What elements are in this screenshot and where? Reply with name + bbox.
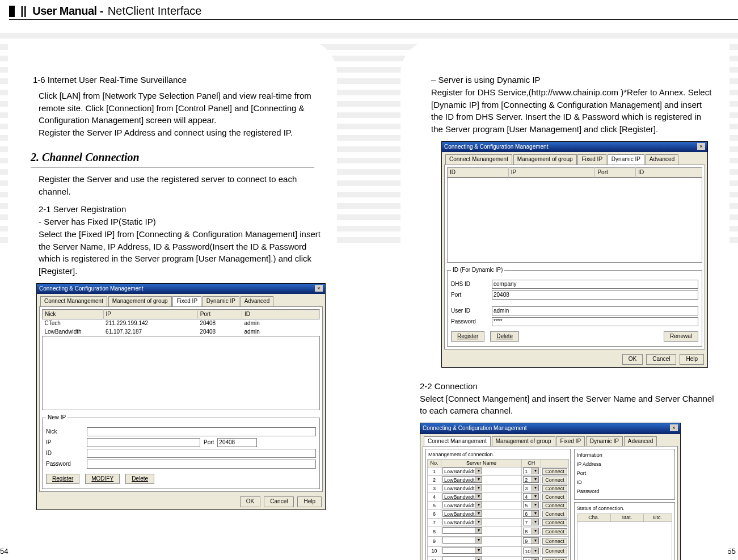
cancel-button[interactable]: Cancel — [264, 496, 294, 507]
label-port: Port — [451, 291, 488, 300]
tab-group-management[interactable]: Management of group — [513, 154, 577, 165]
server-select[interactable]: ▾ — [442, 557, 482, 560]
connect-button[interactable]: Connect — [542, 502, 567, 509]
table-row[interactable]: 4LowBandwidth▾4▾Connect — [428, 493, 569, 502]
register-button[interactable]: Register — [451, 331, 484, 342]
col-ip: IP — [103, 309, 197, 319]
tab-advanced[interactable]: Advanced — [241, 296, 273, 306]
tab-dynamic-ip[interactable]: Dynamic IP — [586, 436, 623, 447]
ip-input[interactable] — [87, 438, 200, 447]
connect-button[interactable]: Connect — [542, 477, 567, 483]
server-select[interactable]: ▾ — [442, 547, 482, 554]
section-2-2-body: Select [Connect Mangement] and insert th… — [420, 393, 715, 418]
table-row[interactable]: 8▾8▾Connect — [428, 527, 569, 537]
server-select[interactable]: LowBandwidth▾ — [442, 485, 482, 491]
tab-group-management[interactable]: Management of group — [492, 436, 555, 447]
connect-button[interactable]: Connect — [542, 511, 567, 517]
close-icon[interactable]: × — [315, 285, 323, 292]
ch-select[interactable]: 4▾ — [523, 493, 539, 500]
delete-button[interactable]: Delete — [490, 331, 519, 342]
ch-select[interactable]: 8▾ — [523, 528, 539, 534]
tab-fixed-ip[interactable]: Fixed IP — [556, 436, 585, 447]
dynamic-server-list[interactable] — [447, 178, 702, 263]
ok-button[interactable]: OK — [240, 496, 260, 507]
table-row[interactable]: 6LowBandwidth▾6▾Connect — [428, 510, 569, 519]
tab-advanced[interactable]: Advanced — [646, 154, 678, 165]
server-select[interactable]: LowBandwidth▾ — [442, 502, 482, 508]
table-row[interactable]: 2LowBandwidth▾2▾Connect — [428, 476, 569, 485]
tab-connect-management[interactable]: Connect Manangement — [424, 436, 491, 447]
help-button[interactable]: Help — [297, 496, 322, 507]
connect-button[interactable]: Connect — [542, 485, 567, 492]
close-icon[interactable]: × — [697, 143, 705, 150]
table-row[interactable]: 3LowBandwidth▾3▾Connect — [428, 485, 569, 493]
table-row[interactable]: LowBandwidth 61.107.32.187 20408 admin — [43, 328, 320, 336]
cancel-button[interactable]: Cancel — [646, 354, 676, 365]
server-select[interactable]: ▾ — [442, 537, 482, 544]
port-input[interactable]: 20408 — [217, 438, 257, 447]
nick-input[interactable] — [87, 427, 316, 436]
header-title-sub: NetClient Interface — [108, 5, 202, 18]
ch-select[interactable]: 9▾ — [523, 537, 539, 544]
password-input[interactable] — [87, 460, 316, 469]
port-input[interactable]: 20408 — [492, 290, 698, 300]
chevron-down-icon: ▾ — [475, 557, 482, 560]
server-select[interactable]: LowBandwidth▾ — [442, 468, 482, 474]
header-title-main: User Manual - — [32, 5, 103, 18]
tab-group-management[interactable]: Management of group — [108, 296, 172, 306]
table-row[interactable]: 11▾11▾Connect — [428, 556, 569, 560]
server-select[interactable]: ▾ — [442, 527, 482, 534]
close-icon[interactable]: × — [670, 424, 678, 431]
ok-button[interactable]: OK — [622, 354, 643, 365]
ch-select[interactable]: 10▾ — [523, 548, 539, 554]
ch-select[interactable]: 1▾ — [523, 468, 539, 474]
connect-button[interactable]: Connect — [542, 528, 567, 535]
dhs-id-input[interactable]: company — [492, 280, 698, 289]
server-select[interactable]: LowBandwidth▾ — [442, 476, 482, 483]
ch-select[interactable]: 6▾ — [523, 510, 539, 517]
tab-dynamic-ip[interactable]: Dynamic IP — [608, 154, 644, 165]
tab-advanced[interactable]: Advanced — [624, 436, 657, 447]
ch-select[interactable]: 5▾ — [523, 502, 539, 508]
ch-select[interactable]: 7▾ — [523, 519, 539, 525]
table-row[interactable]: 7LowBandwidth▾7▾Connect — [428, 519, 569, 527]
connect-button[interactable]: Connect — [542, 557, 567, 560]
ch-select[interactable]: 3▾ — [523, 485, 539, 491]
modify-button[interactable]: MODIFY — [85, 474, 120, 485]
server-select[interactable]: LowBandwidth▾ — [442, 493, 482, 500]
chevron-down-icon: ▾ — [475, 537, 482, 543]
table-row[interactable]: CTech 211.229.199.142 20408 admin — [43, 319, 320, 328]
dialog-title: Connecting & Configuration Management — [39, 285, 143, 293]
table-row[interactable]: 10▾10▾Connect — [428, 546, 569, 556]
hdr-server: Server Name — [441, 460, 522, 468]
ch-select[interactable]: 11▾ — [523, 557, 539, 560]
info-legend: Information — [577, 452, 672, 459]
help-button[interactable]: Help — [680, 354, 704, 365]
tab-connect-management[interactable]: Connect Manangement — [445, 154, 512, 165]
connect-button[interactable]: Connect — [542, 519, 567, 526]
connect-management-dialog: Connecting & Configuration Management × … — [420, 423, 681, 560]
tab-fixed-ip[interactable]: Fixed IP — [172, 296, 201, 306]
connect-button[interactable]: Connect — [542, 548, 567, 554]
dynamic-id-legend: ID (For Dynamic IP) — [451, 266, 504, 275]
tab-connect-management[interactable]: Connect Manangement — [40, 296, 107, 306]
table-row[interactable]: 1LowBandwidth▾1▾Connect — [428, 468, 569, 476]
server-select[interactable]: LowBandwidth▾ — [442, 510, 482, 517]
connect-button[interactable]: Connect — [542, 494, 567, 500]
user-id-input[interactable]: admin — [492, 306, 698, 315]
id-input[interactable] — [87, 449, 316, 458]
tab-dynamic-ip[interactable]: Dynamic IP — [203, 296, 239, 306]
server-select[interactable]: LowBandwidth▾ — [442, 519, 482, 525]
register-button[interactable]: Register — [46, 474, 79, 485]
table-row[interactable]: 5LowBandwidth▾5▾Connect — [428, 502, 569, 510]
renewal-button[interactable]: Renewal — [664, 331, 698, 342]
tab-fixed-ip[interactable]: Fixed IP — [577, 154, 606, 165]
delete-button[interactable]: Delete — [125, 474, 154, 485]
password-input[interactable]: **** — [492, 317, 698, 326]
page-header: || User Manual - NetClient Interface — [9, 5, 202, 18]
connect-button[interactable]: Connect — [542, 468, 567, 475]
connect-button[interactable]: Connect — [542, 538, 567, 545]
label-ip: IP — [46, 439, 83, 447]
ch-select[interactable]: 2▾ — [523, 476, 539, 483]
table-row[interactable]: 9▾9▾Connect — [428, 537, 569, 546]
